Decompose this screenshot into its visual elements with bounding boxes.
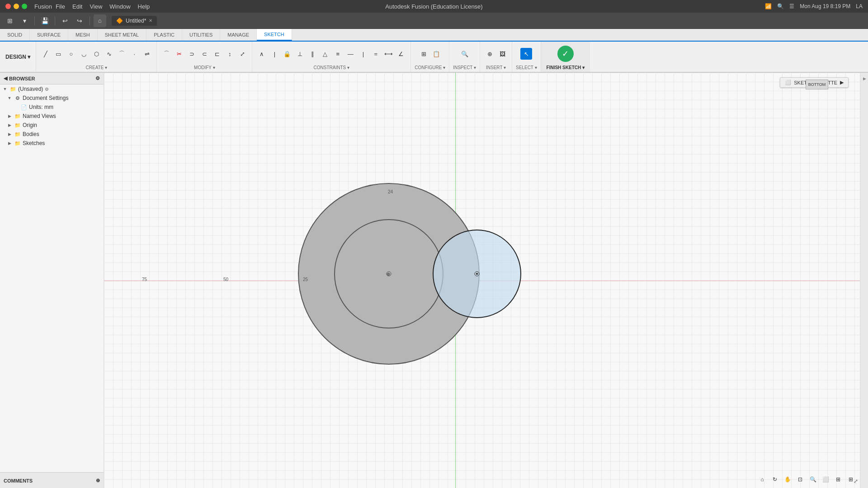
right-panel: ▶ [860, 73, 868, 488]
vertical-tool[interactable]: | [357, 48, 369, 60]
menu-file[interactable]: File [56, 3, 65, 10]
tab-surface[interactable]: SURFACE [30, 29, 68, 41]
collapse-icon[interactable]: ◀ [4, 75, 7, 81]
file-dropdown[interactable]: ▾ [18, 14, 31, 27]
tree-doc-settings[interactable]: ▼ ⚙ Document Settings [0, 94, 104, 103]
tab-sketch[interactable]: SKETCH [257, 29, 292, 41]
trim-tool[interactable]: ✂ [173, 48, 185, 60]
menu-edit[interactable]: Edit [72, 3, 82, 10]
doc-close[interactable]: ✕ [149, 18, 152, 23]
app-layout: ◀ BROWSER ⚙ ▼ 📁 (Unsaved) ⚙ ▼ ⚙ Document… [0, 73, 868, 488]
sidebar: ◀ BROWSER ⚙ ▼ 📁 (Unsaved) ⚙ ▼ ⚙ Document… [0, 73, 104, 488]
horizontal-tool[interactable]: — [344, 48, 356, 60]
tab-solid[interactable]: SOLID [0, 29, 30, 41]
symmetric-tool[interactable]: ≡ [332, 48, 344, 60]
tree-sketches[interactable]: ▶ 📁 Sketches [0, 139, 104, 148]
redo-button[interactable]: ↪ [73, 14, 86, 27]
tab-manage[interactable]: MANAGE [220, 29, 257, 41]
inspect-tools: 🔍 [459, 43, 471, 64]
modify-label: MODIFY ▾ [194, 64, 215, 70]
large-circle [298, 183, 479, 364]
tree-bodies[interactable]: ▶ 📁 Bodies [0, 130, 104, 139]
insert-tool-1[interactable]: ⊕ [484, 48, 495, 60]
fillet-tool[interactable]: ⌒ [160, 48, 172, 60]
sketch-palette-expand[interactable]: ▶ [840, 80, 844, 85]
inner-circle [335, 220, 443, 328]
canvas-zoom-fit[interactable]: ⊡ [795, 474, 806, 485]
tab-plastic[interactable]: PLASTIC [146, 29, 182, 41]
tab-utilities[interactable]: UTILITIES [182, 29, 220, 41]
save-button[interactable]: 💾 [38, 14, 51, 27]
toolbar-divider-3 [90, 16, 90, 25]
equal-tool[interactable]: = [370, 48, 382, 60]
close-button[interactable] [5, 4, 11, 9]
configure-tool-1[interactable]: ⊞ [418, 48, 429, 60]
canvas-pan[interactable]: ✋ [782, 474, 793, 485]
rectangle-tool[interactable]: ▭ [52, 48, 64, 60]
search-icon[interactable]: 🔍 [777, 3, 784, 9]
tree-named-views[interactable]: ▶ 📁 Named Views [0, 112, 104, 121]
design-dropdown[interactable]: DESIGN ▾ [0, 42, 36, 72]
maximize-button[interactable] [22, 4, 27, 9]
tree-root[interactable]: ▼ 📁 (Unsaved) ⚙ [0, 84, 104, 94]
tangent-tool[interactable]: △ [319, 48, 331, 60]
move-tool[interactable]: ↕ [224, 48, 236, 60]
canvas-orbit[interactable]: ↻ [769, 474, 780, 485]
mirror-tool[interactable]: ⇌ [141, 48, 153, 60]
finish-sketch-button[interactable]: ✓ [557, 46, 574, 62]
parallel-tool[interactable]: ∥ [307, 48, 318, 60]
right-panel-toggle[interactable]: ▶ [862, 76, 867, 81]
break-tool[interactable]: ⊂ [198, 48, 210, 60]
collinear-tool[interactable]: | [269, 48, 280, 60]
control-center-icon[interactable]: ☰ [789, 3, 794, 9]
point-tool[interactable]: · [128, 48, 140, 60]
create-group: ╱ ▭ ○ ◡ ⬡ ∿ ⌒ · ⇌ CREATE ▾ [36, 42, 157, 72]
view-cube-face[interactable]: BOTTOM [806, 80, 828, 89]
distance-tool[interactable]: ⟷ [382, 48, 394, 60]
polygon-tool[interactable]: ⬡ [90, 48, 102, 60]
undo-button[interactable]: ↩ [59, 14, 71, 27]
canvas-grid-settings[interactable]: ⊞ [833, 474, 844, 485]
browser-settings-icon[interactable]: ⚙ [95, 75, 100, 81]
comments-add-icon[interactable]: ⊕ [96, 478, 100, 483]
fix-tool[interactable]: 🔒 [281, 48, 293, 60]
canvas-area[interactable]: ⊕ 75 50 25 24 ⬜ SKETCH PALETTE ▶ BOTTOM … [104, 73, 860, 488]
canvas-zoom-out[interactable]: 🔍 [807, 474, 818, 485]
document-tab[interactable]: 🔶 Untitled* ✕ [112, 16, 157, 26]
scale-tool[interactable]: ⤢ [236, 48, 248, 60]
inspect-tool[interactable]: 🔍 [459, 48, 471, 60]
canvas-display-settings[interactable]: ⬜ [820, 474, 831, 485]
configure-tool-2[interactable]: 📋 [430, 48, 442, 60]
menu-view[interactable]: View [90, 3, 102, 10]
perpendicular-tool[interactable]: ⊥ [294, 48, 306, 60]
menu-help[interactable]: Help [138, 3, 150, 10]
user-avatar[interactable]: LA [856, 3, 863, 9]
center-small-dot [476, 273, 478, 275]
tab-mesh[interactable]: MESH [68, 29, 98, 41]
minimize-button[interactable] [14, 4, 19, 9]
arc-tool[interactable]: ◡ [78, 48, 90, 60]
tab-sheet-metal[interactable]: SHEET METAL [98, 29, 146, 41]
doc-settings-label: Document Settings [23, 95, 68, 101]
conic-tool[interactable]: ⌒ [116, 48, 127, 60]
home-button[interactable]: ⌂ [94, 14, 106, 27]
angle-tool[interactable]: ∠ [395, 48, 407, 60]
menu-window[interactable]: Window [109, 3, 130, 10]
titlebar-menu: File Edit View Window Help [56, 3, 150, 10]
offset-tool[interactable]: ⊏ [211, 48, 223, 60]
root-settings-icon[interactable]: ⚙ [45, 87, 49, 92]
canvas-view-home[interactable]: ⌂ [757, 474, 768, 485]
expand-icon[interactable]: ⤢ [854, 477, 858, 485]
tree-units[interactable]: 📄 Units: mm [0, 103, 104, 112]
tree-origin[interactable]: ▶ 📁 Origin [0, 121, 104, 130]
finish-sketch-group[interactable]: ✓ FINISH SKETCH ▾ [541, 42, 590, 72]
circle-tool[interactable]: ○ [65, 48, 77, 60]
line-tool[interactable]: ╱ [40, 48, 52, 60]
configure-group: ⊞ 📋 CONFIGURE ▾ [411, 42, 449, 72]
spline-tool[interactable]: ∿ [103, 48, 115, 60]
insert-tool-2[interactable]: 🖼 [496, 48, 508, 60]
extend-tool[interactable]: ⊃ [186, 48, 198, 60]
select-arrow-tool[interactable]: ↖ [520, 48, 532, 60]
grid-button[interactable]: ⊞ [4, 14, 16, 27]
coincident-tool[interactable]: ∧ [256, 48, 268, 60]
